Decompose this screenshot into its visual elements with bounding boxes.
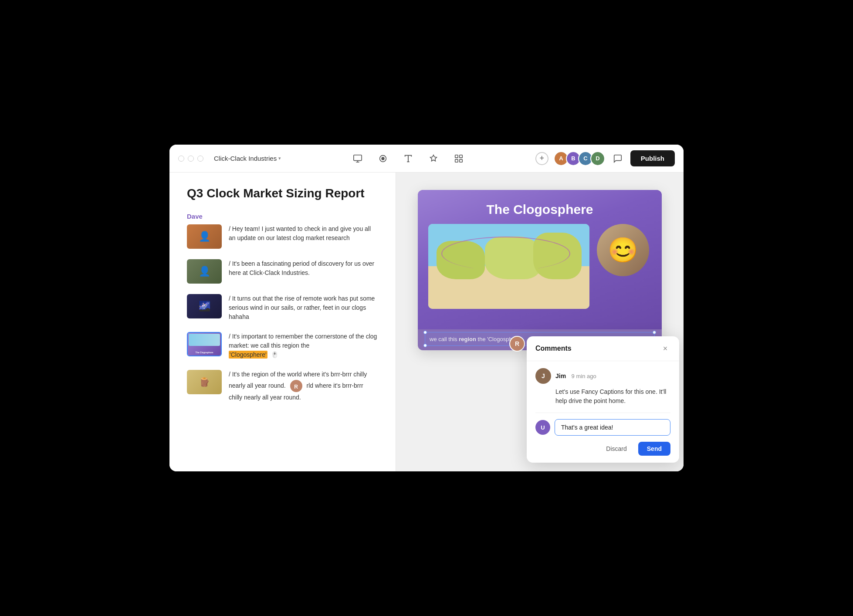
map-visual — [428, 224, 589, 309]
reply-avatar: U — [535, 420, 550, 435]
svg-rect-4 — [460, 155, 462, 157]
window-dot-3 — [197, 156, 203, 162]
slide-thumb-3[interactable]: 🌌 — [187, 294, 222, 318]
handle-tr[interactable] — [653, 331, 656, 334]
discard-button[interactable]: Discard — [599, 442, 633, 456]
reply-input[interactable] — [555, 419, 670, 436]
reply-area: U — [527, 413, 679, 442]
slide-text-3: / It turns out that the rise of remote w… — [229, 294, 378, 322]
comment-meta: J Jim 9 min ago — [535, 368, 670, 384]
svg-rect-6 — [460, 159, 462, 162]
add-button[interactable]: + — [535, 152, 548, 165]
comments-title: Comments — [535, 345, 572, 352]
slide-entry-3: 🌌 / It turns out that the rise of remote… — [187, 294, 378, 322]
toolbar-right: + A B C D Publish — [535, 150, 675, 166]
handle-bl[interactable] — [423, 344, 427, 347]
author-name: Dave — [187, 213, 378, 220]
shape-icon[interactable] — [427, 152, 440, 165]
toolbar-center — [288, 152, 528, 165]
slide-thumb-1[interactable]: 👤 — [187, 224, 222, 249]
main-slide[interactable]: The Clogosphere 😊 — [418, 190, 662, 350]
record-icon[interactable] — [376, 152, 389, 165]
window-controls — [178, 156, 203, 162]
slide-entry-5: 🪵 / It's the region of the world where i… — [187, 370, 378, 402]
slide-thumb-5[interactable]: 🪵 — [187, 370, 222, 394]
doc-title: Q3 Clock Market Sizing Report — [187, 186, 378, 200]
app-title-text: Click-Clack Industries — [214, 155, 277, 162]
window-dot-2 — [188, 156, 194, 162]
close-button[interactable]: × — [660, 343, 670, 354]
person-photo: 😊 — [597, 224, 649, 276]
comments-panel: Comments × J Jim 9 min ago Let's use Fan… — [527, 336, 679, 463]
present-icon[interactable] — [351, 152, 364, 165]
window-dot-1 — [178, 156, 184, 162]
right-panel: The Clogosphere 😊 — [396, 173, 684, 471]
avatar-circle-4: D — [591, 152, 604, 165]
slide-text-4: / It's important to remember the corners… — [229, 332, 378, 359]
slide-thumb-2[interactable]: 👤 — [187, 259, 222, 284]
highlight-clogosphere: 'Clogosphere' — [229, 351, 267, 359]
title-bar: Click-Clack Industries ▾ — [169, 145, 684, 173]
svg-rect-0 — [354, 155, 362, 160]
svg-rect-3 — [455, 155, 458, 157]
slide-map — [428, 224, 589, 309]
grid-icon[interactable] — [452, 152, 465, 165]
left-panel: Q3 Clock Market Sizing Report Dave 👤 / H… — [169, 173, 396, 471]
slide-text-5: / It's the region of the world where it'… — [229, 370, 378, 402]
comment-entry: J Jim 9 min ago Let's use Fancy Captions… — [527, 361, 679, 413]
svg-point-2 — [381, 157, 384, 160]
handle-tl[interactable] — [423, 331, 427, 334]
main-area: Q3 Clock Market Sizing Report Dave 👤 / H… — [169, 173, 684, 471]
avatar-4: D — [590, 151, 605, 166]
slide-text-2: / It's been a fascinating period of disc… — [229, 259, 378, 278]
avatars-group: A B C D — [554, 151, 605, 166]
floating-avatar: R — [509, 336, 525, 352]
slide-thumb-4[interactable]: The Clogosphere — [187, 332, 222, 356]
svg-rect-5 — [455, 159, 458, 162]
app-window: Click-Clack Industries ▾ — [169, 145, 684, 471]
slide-entry-1: 👤 / Hey team! I just wanted to check in … — [187, 224, 378, 249]
floating-user-bubble: R — [509, 336, 525, 352]
comments-icon-button[interactable] — [610, 151, 625, 166]
comment-author-info: Jim 9 min ago — [555, 372, 596, 380]
comment-body: Let's use Fancy Captions for this one. I… — [555, 387, 670, 406]
slide-body: 😊 — [428, 224, 651, 309]
slide-headline: The Clogosphere — [428, 202, 651, 217]
caption-text: we call this region the 'Clogosphere' — [430, 336, 521, 342]
slide-entry-2: 👤 / It's been a fascinating period of di… — [187, 259, 378, 284]
text-icon[interactable] — [402, 152, 415, 165]
comment-time: 9 min ago — [572, 373, 596, 379]
commenter-avatar: J — [535, 368, 551, 384]
comments-header: Comments × — [527, 336, 679, 361]
slide-person: 😊 — [595, 224, 651, 276]
comments-footer: Discard Send — [527, 442, 679, 463]
publish-button[interactable]: Publish — [630, 150, 675, 166]
app-title[interactable]: Click-Clack Industries ▾ — [214, 155, 281, 162]
map-arc — [441, 237, 570, 271]
slide-content: The Clogosphere 😊 — [418, 190, 662, 329]
send-button[interactable]: Send — [638, 442, 670, 456]
commenter-name: Jim — [555, 372, 566, 379]
slide-entry-4: The Clogosphere / It's important to reme… — [187, 332, 378, 359]
slide-text-1: / Hey team! I just wanted to check in an… — [229, 224, 378, 243]
chevron-down-icon: ▾ — [278, 156, 281, 161]
